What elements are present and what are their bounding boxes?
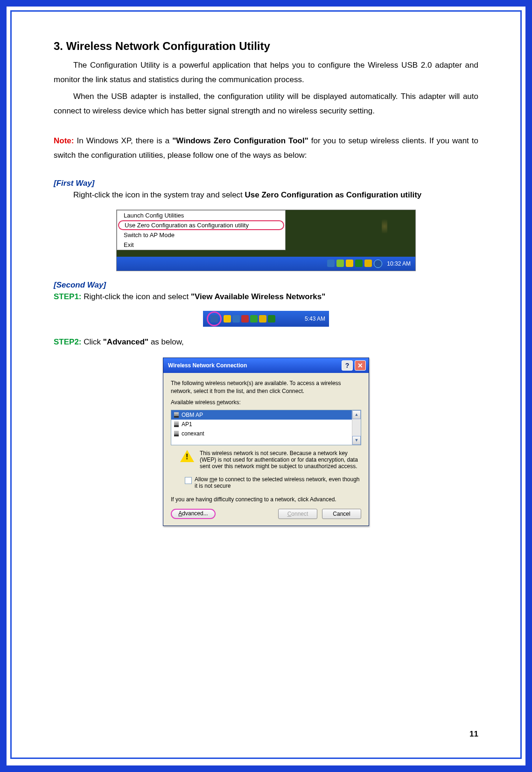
checkbox-label: Allow me to connect to the selected wire… [195,476,361,489]
step2-text: STEP2: Click "Advanced" as below, [54,335,478,350]
close-button[interactable]: ✕ [355,360,366,371]
context-menu-screenshot: Launch Config Utilities Use Zero Configu… [116,210,416,271]
allow-connect-checkbox[interactable] [185,477,192,484]
menu-item-ap-mode[interactable]: Switch to AP Mode [117,230,285,240]
tray-icon[interactable] [327,260,335,267]
context-menu: Launch Config Utilities Use Zero Configu… [117,210,286,250]
menu-item-launch[interactable]: Launch Config Utilities [117,211,285,220]
tray-icon[interactable] [355,260,363,267]
networks-listbox[interactable]: OBM AP AP1 conexant ▲ ▼ [171,410,361,445]
available-networks-label: Available wireless networks: [171,399,361,406]
signal-icon [174,431,179,436]
cancel-button[interactable]: Cancel [322,509,361,519]
scroll-down-icon[interactable]: ▼ [352,436,361,445]
page-number: 11 [469,730,478,739]
tray-closeup-screenshot: 5:43 AM [203,311,329,327]
tray-icon[interactable] [259,315,266,323]
wireless-icon-highlight[interactable] [207,311,222,326]
tray-icon[interactable] [232,315,240,323]
tray-icon[interactable] [224,315,231,323]
note-label: Note: [54,136,74,145]
taskbar: 10:32 AM [117,257,415,271]
wireless-tray-icon[interactable] [374,260,382,268]
dialog-titlebar: Wireless Network Connection ? ✕ [163,358,369,373]
network-item[interactable]: AP1 [171,420,352,429]
menu-item-zero-config[interactable]: Use Zero Configuration as Configuration … [118,220,284,230]
tray-icon[interactable] [268,315,275,323]
step1-text: STEP1: Right-click the icon and select "… [54,290,478,304]
wireless-connection-dialog: Wireless Network Connection ? ✕ The foll… [163,358,369,526]
paragraph-intro-2: When the USB adapter is installed, the c… [54,90,478,118]
tray-icon[interactable] [364,260,372,267]
warning-text: This wireless network is not secure. Bec… [200,450,359,470]
dialog-title: Wireless Network Connection [168,362,247,369]
taskbar-clock: 10:32 AM [387,260,411,267]
taskbar-clock: 5:43 AM [305,316,325,322]
warning-icon [180,450,194,463]
network-item-selected[interactable]: OBM AP [171,410,352,420]
tray-icon[interactable] [346,260,353,267]
tray-icon[interactable] [250,315,258,323]
step1-label: STEP1: [54,292,82,301]
note-bold-phrase: "Windows Zero Configuration Tool" [172,136,308,145]
note-paragraph: Note: In Windows XP, there is a "Windows… [54,134,478,162]
section-heading: 3. Wireless Network Configuration Utilit… [54,40,478,53]
tray-icon[interactable] [241,315,249,323]
step2-label: STEP2: [54,337,82,346]
signal-icon [174,421,179,427]
help-button[interactable]: ? [342,360,353,371]
dialog-intro-text: The following wireless network(s) are av… [171,379,361,394]
tray-icon[interactable] [336,260,344,267]
scroll-up-icon[interactable]: ▲ [352,410,361,419]
connect-button[interactable]: Connect [278,509,317,519]
advanced-button[interactable]: Advanced... [171,509,216,519]
signal-icon [174,412,179,418]
paragraph-intro-1: The Configuration Utility is a powerful … [54,58,478,87]
trouble-text: If you are having difficulty connecting … [171,496,361,503]
first-way-heading: [First Way] [54,179,478,188]
menu-item-exit[interactable]: Exit [117,240,285,250]
scrollbar[interactable]: ▲ ▼ [352,410,361,445]
first-way-text: Right-click the icon in the system tray … [54,188,478,203]
second-way-heading: [Second Way] [54,281,478,290]
network-item[interactable]: conexant [171,429,352,438]
wireless-tray-icon[interactable] [210,315,218,323]
system-tray [327,260,382,268]
